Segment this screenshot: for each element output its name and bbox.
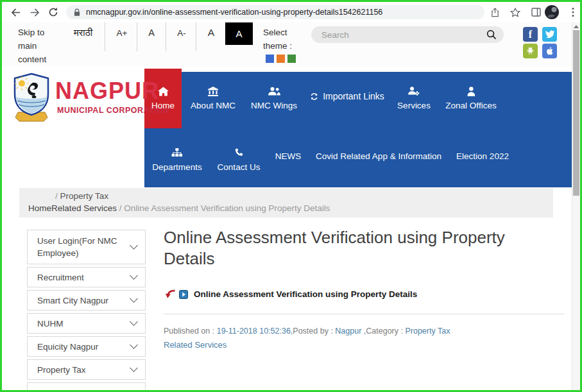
- nmc-shield-logo[interactable]: [12, 72, 51, 130]
- skip-to-content-link[interactable]: Skip to main content: [18, 26, 60, 66]
- facebook-icon[interactable]: f: [523, 27, 538, 42]
- home-icon: [151, 87, 175, 98]
- category-link[interactable]: Property Tax: [405, 327, 450, 336]
- nav-item-contact-us[interactable]: Contact Us: [218, 148, 261, 173]
- breadcrumb-slash: /: [119, 203, 122, 213]
- nav-item-zonal-offices[interactable]: Zonal Offices: [445, 87, 496, 111]
- chevron-down-icon: [130, 387, 138, 392]
- twitter-icon[interactable]: [542, 27, 557, 42]
- nav-item-covid-app[interactable]: Covid Related App & Information: [316, 150, 441, 162]
- sidebar-item-recruitment[interactable]: Recruitment: [27, 267, 146, 287]
- theme-green-swatch[interactable]: [287, 55, 296, 63]
- forward-icon[interactable]: [28, 6, 41, 19]
- android-icon[interactable]: [523, 44, 538, 58]
- search-icon[interactable]: [486, 30, 497, 42]
- sitemap-icon: [152, 148, 201, 159]
- bookmark-star-icon[interactable]: [509, 6, 522, 19]
- profile-avatar[interactable]: [544, 4, 560, 20]
- chevron-down-icon: [130, 294, 138, 303]
- font-normal-button[interactable]: A: [148, 28, 155, 38]
- font-increase-button[interactable]: A+: [117, 28, 128, 38]
- scrollbar-up-arrow[interactable]: [574, 25, 579, 28]
- bank-icon: [191, 87, 235, 98]
- side-panel-icon[interactable]: [529, 6, 542, 19]
- search-box: [311, 26, 504, 43]
- nav-item-home[interactable]: Home: [151, 87, 175, 111]
- share-icon[interactable]: [488, 6, 501, 19]
- article-link-label: Online Assessment Verification using Pro…: [194, 289, 417, 299]
- font-decrease-button[interactable]: A-: [177, 28, 186, 38]
- scrollbar-thumb[interactable]: [573, 30, 579, 196]
- language-toggle-marathi[interactable]: मराठी: [74, 27, 92, 38]
- chevron-down-icon: [130, 364, 138, 372]
- nav-item-election-2022[interactable]: Election 2022: [456, 150, 509, 162]
- posted-by[interactable]: Nagpur ,: [335, 327, 366, 336]
- nav-item-news[interactable]: NEWS: [275, 150, 302, 162]
- page-scrollbar[interactable]: [572, 22, 580, 392]
- nav-item-services[interactable]: Services: [397, 87, 431, 111]
- reload-icon[interactable]: [47, 6, 60, 19]
- chevron-down-icon: [130, 318, 138, 326]
- published-date: 19-11-2018 10:52:36,: [217, 327, 293, 336]
- high-contrast-button[interactable]: A: [225, 22, 253, 45]
- related-services-link[interactable]: Related Services: [164, 340, 227, 350]
- breadcrumb-slash: /: [55, 191, 58, 201]
- sidebar-item-user-login[interactable]: User Login(For NMC Employee): [27, 230, 146, 264]
- font-medium-button[interactable]: A: [208, 27, 214, 38]
- menu-kebab-icon[interactable]: [567, 6, 579, 19]
- breadcrumb-current-page: Online Assessment Verification using Pro…: [124, 203, 330, 213]
- users-icon: [251, 87, 297, 98]
- site-header: NAGPUR MUNICIPAL CORPORATION Home About …: [2, 66, 580, 187]
- sync-icon: [310, 92, 318, 101]
- select-theme-label: Select theme :: [263, 26, 298, 53]
- breadcrumb: / Property Tax HomeRelated Services / On…: [19, 188, 553, 217]
- theme-orange-swatch[interactable]: [277, 55, 285, 63]
- utility-bar: Skip to main content मराठी A+ A A- A A S…: [2, 22, 580, 66]
- published-meta: Published on : 19-11-2018 10:52:36,Poste…: [164, 327, 450, 336]
- blue-chevron-square-icon: [179, 290, 188, 299]
- apple-icon[interactable]: [542, 44, 557, 58]
- search-input[interactable]: [311, 26, 504, 43]
- brand-name[interactable]: NAGPUR: [55, 78, 159, 105]
- content-divider: [164, 314, 564, 314]
- back-icon[interactable]: [10, 6, 22, 19]
- browser-toolbar: nmcnagpur.gov.in/online-assessment-verif…: [2, 2, 580, 23]
- sidebar-item-jnnurm[interactable]: JnNURM Projects: [27, 382, 146, 392]
- red-curved-arrow-icon: [164, 289, 176, 300]
- nav-item-nmc-wings[interactable]: NMC Wings: [251, 87, 297, 111]
- browser-window: nmcnagpur.gov.in/online-assessment-verif…: [0, 0, 582, 392]
- lock-icon: [74, 8, 80, 17]
- chevron-down-icon: [130, 341, 138, 349]
- sidebar-item-nuhm[interactable]: NUHM: [27, 313, 146, 334]
- nav-item-departments[interactable]: Departments: [152, 148, 201, 173]
- page-title: Online Assessment Verification using Pro…: [164, 227, 523, 269]
- breadcrumb-section[interactable]: Property Tax: [60, 191, 109, 201]
- nav-item-about-nmc[interactable]: About NMC: [191, 87, 235, 111]
- theme-blue-swatch[interactable]: [266, 55, 274, 63]
- users-gear-icon: [397, 87, 431, 98]
- url-text: nmcnagpur.gov.in/online-assessment-verif…: [86, 8, 382, 17]
- user-icon: [445, 87, 496, 98]
- article-link-row[interactable]: Online Assessment Verification using Pro…: [164, 289, 417, 300]
- sidebar-item-equicity[interactable]: Equicity Nagpur: [27, 336, 146, 357]
- nav-item-important-links[interactable]: Important Links: [310, 91, 384, 101]
- breadcrumb-home-link[interactable]: HomeRelated Services: [28, 203, 117, 213]
- chevron-down-icon: [130, 241, 138, 250]
- chevron-down-icon: [130, 271, 138, 280]
- address-bar[interactable]: nmcnagpur.gov.in/online-assessment-verif…: [66, 5, 484, 19]
- sidebar-item-property-tax[interactable]: Property Tax: [27, 359, 146, 380]
- sidebar-item-smart-city[interactable]: Smart City Nagpur: [27, 290, 146, 311]
- phone-icon: [218, 148, 261, 159]
